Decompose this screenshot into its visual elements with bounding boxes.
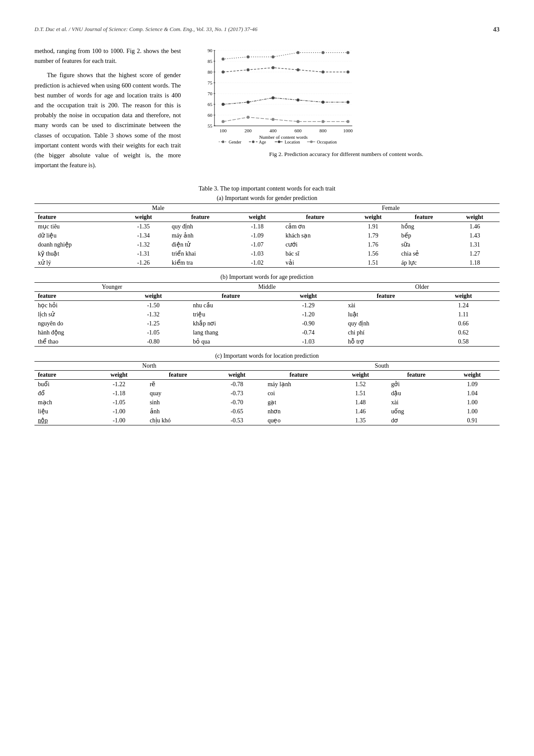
age-point [322,71,325,74]
table-row: kỹ thuật -1.31 triển khai -1.03 bác sĩ 1… [34,249,500,258]
occupation-point [297,120,300,123]
table-row: nguyên do -1.25 khắp nơi -0.90 quy định … [34,319,500,328]
age-point [272,66,275,69]
svg-text:800: 800 [320,128,327,133]
gender-point [247,56,250,59]
subtable-a: Male Female feature weight feature weigh… [34,203,500,268]
svg-text:60: 60 [208,112,213,118]
age-point [222,71,225,74]
svg-text:Occupation: Occupation [317,140,337,144]
gender-line [223,53,348,59]
chart-container: 55 60 65 70 75 80 [193,46,500,147]
svg-text:400: 400 [270,128,277,133]
svg-text:90: 90 [208,48,213,53]
svg-text:70: 70 [208,91,213,96]
occupation-line [223,117,348,122]
citation-text: D.T. Duc et al. / VNU Journal of Science… [34,26,258,33]
age-line [223,68,348,72]
page-number: 43 [493,26,500,33]
table-row: đổ -1.18 quay -0.73 coi 1.51 dậu 1.04 [34,389,500,398]
col-group-header-b: Younger Middle Older [34,283,500,292]
svg-text:200: 200 [245,128,252,133]
svg-point-33 [222,141,224,143]
location-point [222,103,225,106]
age-point [247,69,250,72]
gender-point [297,51,300,54]
svg-text:100: 100 [220,128,227,133]
occupation-point [347,120,350,123]
table-row: liệu -1.00 ảnh -0.65 nhơn 1.46 uống 1.00 [34,407,500,416]
svg-text:Number of content words: Number of content words [259,134,308,140]
gender-point [347,51,350,54]
right-column: 55 60 65 70 75 80 [193,46,500,175]
table-row: doanh nghiệp -1.32 điện tử -1.07 cưới 1.… [34,240,500,249]
location-point [322,101,325,104]
svg-text:55: 55 [208,123,213,128]
age-point [297,69,300,72]
col-header-c: feature weight feature weight feature we… [34,371,500,380]
location-point [247,101,250,104]
occupation-point [322,120,325,123]
svg-point-42 [310,141,313,143]
left-column: method, ranging from 100 to 1000. Fig 2.… [34,46,181,175]
svg-text:1000: 1000 [343,128,353,133]
location-point [297,99,300,102]
table-row: dữ liệu -1.34 máy ảnh -1.09 khách sạn 1.… [34,231,500,240]
subtable-a-subtitle: (a) Important words for gender predictio… [34,195,500,202]
subtable-c: North South feature weight feature weigh… [34,361,500,425]
svg-text:75: 75 [208,80,213,85]
location-point [272,97,275,100]
svg-text:80: 80 [208,69,213,75]
page-header: D.T. Duc et al. / VNU Journal of Science… [34,26,500,33]
location-point [347,101,350,104]
table-row: mạch -1.05 sinh -0.70 gạt 1.48 xài 1.00 [34,398,500,407]
svg-text:Location: Location [285,140,300,144]
table-row: mục tiêu -1.35 quy định -1.18 cảm ơn 1.9… [34,222,500,231]
table-row: nộp -1.00 chịu khó -0.53 quẹo 1.35 dơ 0.… [34,416,500,425]
svg-text:Age: Age [259,140,266,144]
fig-caption: Fig 2. Prediction accuracy for different… [269,150,423,159]
chart-svg: 55 60 65 70 75 80 [193,46,357,145]
svg-text:600: 600 [295,128,302,133]
col-group-header-c: North South [34,362,500,371]
table-row: học hỏi -1.50 nhu cầu -1.29 xài 1.24 [34,301,500,310]
location-line [223,98,348,104]
occupation-point [247,116,250,119]
table-row: lịch sử -1.32 triệu -1.20 luật 1.11 [34,310,500,319]
svg-text:Gender: Gender [229,140,242,144]
table3-title: Table 3. The top important content words… [34,185,500,192]
svg-text:65: 65 [208,102,213,107]
col-header: feature weight feature weight feature we… [34,213,500,222]
table-row: buổi -1.22 rẽ -0.78 máy lạnh 1.52 gởi 1.… [34,380,500,389]
age-point [347,71,350,74]
subtable-c-subtitle: (c) Important words for location predict… [34,353,500,359]
gender-point [322,51,325,54]
table-row: thể thao -0.80 bỏ qua -1.03 hỗ trợ 0.58 [34,337,500,347]
gender-point [272,56,275,59]
table3-section: Table 3. The top important content words… [34,185,500,425]
col-group-header: Male Female [34,204,500,213]
para1: method, ranging from 100 to 1000. Fig 2.… [34,46,181,66]
svg-point-39 [278,141,280,143]
col-header-b: feature weight feature weight feature we… [34,292,500,301]
occupation-point [222,120,225,123]
svg-text:85: 85 [208,59,213,64]
two-column-section: method, ranging from 100 to 1000. Fig 2.… [34,46,500,175]
subtable-b-subtitle: (b) Important words for age prediction [34,274,500,281]
table-row: xử lý -1.26 kiểm tra -1.02 vải 1.51 áp l… [34,258,500,268]
table-row: hành động -1.05 lang thang -0.74 chi phí… [34,328,500,337]
gender-point [222,58,225,61]
svg-point-36 [252,141,255,143]
subtable-b: Younger Middle Older feature weight feat… [34,282,500,347]
occupation-point [272,118,275,121]
para2: The figure shows that the highest score … [34,70,181,170]
